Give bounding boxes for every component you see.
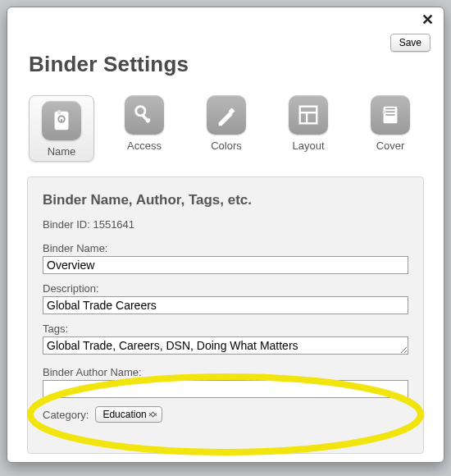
svg-rect-3 [61,119,62,122]
category-select[interactable]: Education [95,406,162,423]
tab-cover[interactable]: Cover [358,95,422,162]
tab-label: Cover [376,140,405,152]
tab-label: Name [48,145,76,158]
binder-id-label: Binder ID: [43,218,90,231]
tab-label: Layout [292,140,324,152]
binder-name-input[interactable] [43,256,408,274]
category-label: Category: [43,409,89,421]
author-field: Binder Author Name: [43,366,408,398]
settings-tab-strip: Name Access Colors Layout Cover [24,89,427,173]
description-field: Description: [43,282,408,314]
tags-input[interactable] [43,336,408,355]
colors-icon [207,95,246,135]
tags-label: Tags: [43,323,408,335]
description-input[interactable] [43,296,408,314]
binder-name-label: Binder Name: [43,242,408,254]
tab-label: Access [127,140,162,152]
save-button[interactable]: Save [390,34,430,52]
name-icon [42,101,81,140]
tab-access[interactable]: Access [112,95,176,162]
layout-icon [289,95,328,135]
svg-rect-12 [383,110,386,113]
tab-layout[interactable]: Layout [276,95,340,162]
description-label: Description: [43,282,408,295]
panel-heading: Binder Name, Author, Tags, etc. [43,192,408,208]
binder-settings-dialog: ✕ Save Binder Settings Name Access Color… [7,7,444,463]
name-panel: Binder Name, Author, Tags, etc. Binder I… [27,176,424,454]
tab-name[interactable]: Name [29,95,94,162]
svg-rect-8 [300,107,317,124]
tab-colors[interactable]: Colors [194,95,258,162]
author-input[interactable] [43,380,408,398]
author-label: Binder Author Name: [43,366,408,378]
tags-field: Tags: [43,323,408,358]
binder-name-field: Binder Name: [43,242,408,274]
access-icon [125,95,164,135]
dialog-title: Binder Settings [29,52,427,77]
svg-rect-1 [57,110,61,115]
category-row: Category: Education [43,406,408,423]
binder-id-row: Binder ID: 1551641 [43,218,408,231]
cover-icon [371,95,410,135]
binder-id-value: 1551641 [93,218,134,231]
close-icon[interactable]: ✕ [419,12,435,29]
tab-label: Colors [211,140,242,152]
